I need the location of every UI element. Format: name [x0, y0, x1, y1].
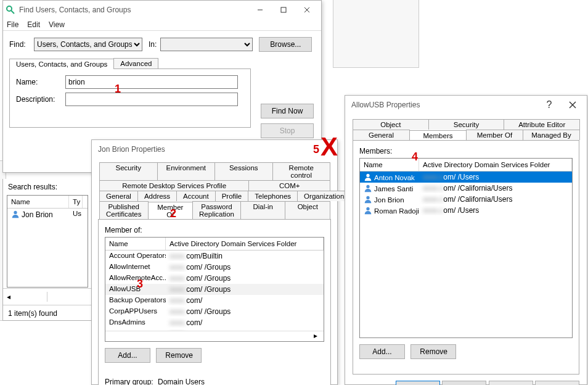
maximize-button[interactable]: [272, 1, 295, 19]
user-icon: [364, 184, 372, 192]
user-icon: [364, 173, 372, 181]
find-now-button[interactable]: Find Now: [261, 104, 314, 118]
tab-object[interactable]: Object: [353, 119, 429, 130]
result-row[interactable]: Jon Brion Us: [7, 209, 88, 220]
member-row[interactable]: Jon Brionxxxx.com/ /California/Users: [360, 194, 572, 205]
group-properties-window: AllowUSB Properties ? ObjectSecurityAttr…: [345, 95, 587, 385]
col-name[interactable]: Name: [105, 238, 166, 250]
menu-file[interactable]: File: [7, 20, 18, 29]
tab-members[interactable]: Members: [409, 130, 467, 141]
help-dialog-button[interactable]: Help: [535, 381, 579, 385]
group-row[interactable]: DnsAdminsxxxx.com/: [105, 317, 324, 328]
group-row[interactable]: Backup Operatorsxxxx.com/: [105, 295, 324, 306]
find-label: Find:: [9, 40, 34, 49]
tab-telephones[interactable]: Telephones: [248, 191, 298, 201]
member-row[interactable]: Anton Novakxxxx.com/ /Users: [360, 172, 572, 183]
group-row[interactable]: CorpAPPUsersxxxx.com/ /Groups: [105, 306, 324, 317]
user-icon: [11, 210, 20, 218]
tab-object[interactable]: Object: [285, 201, 330, 219]
tab-advanced[interactable]: Advanced: [113, 58, 158, 68]
col-name[interactable]: Name: [7, 196, 69, 208]
menu-bar: File Edit View: [3, 19, 321, 31]
add-button[interactable]: Add...: [359, 344, 405, 359]
tab-sessions[interactable]: Sessions: [214, 162, 273, 180]
user-icon: [364, 195, 372, 204]
svg-point-12: [366, 174, 369, 177]
titlebar: Jon Brion Properties: [92, 140, 337, 159]
tab-published-certificates[interactable]: Published Certificates: [99, 201, 149, 219]
titlebar: Find Users, Contacts, and Groups: [3, 1, 321, 19]
member-row[interactable]: Roman Radojicxxxx.com/ /Users: [360, 205, 572, 216]
group-row[interactable]: AllowInternetxxxx.com/ /Groups: [105, 262, 324, 273]
tab-remote-desktop-services-profile[interactable]: Remote Desktop Services Profile: [99, 180, 249, 191]
group-row[interactable]: Account Operatorsxxxx.com/Builtin: [105, 250, 324, 262]
add-button[interactable]: Add...: [105, 348, 150, 363]
primary-group-label: Primary group:: [105, 378, 158, 385]
window-title: Find Users, Contacts, and Groups: [19, 6, 248, 14]
svg-rect-3: [281, 7, 286, 12]
group-row[interactable]: DnsUpdateProxyxxxx.com/Users: [105, 328, 324, 331]
tab-organization[interactable]: Organization: [297, 191, 351, 201]
browse-button[interactable]: Browse...: [259, 37, 312, 52]
col-folder[interactable]: Active Directory Domain Services Folder: [419, 159, 572, 171]
search-results-panel: Search results: Name Ty Jon Brion Us ◂ 1…: [2, 179, 92, 321]
remove-button[interactable]: Remove: [156, 348, 202, 363]
tab-general[interactable]: General: [99, 191, 138, 201]
tab-general[interactable]: General: [353, 130, 410, 140]
tab-attribute-editor[interactable]: Attribute Editor: [504, 119, 580, 130]
description-field[interactable]: [65, 93, 238, 106]
tab-managed-by[interactable]: Managed By: [523, 130, 580, 140]
tab-account[interactable]: Account: [176, 191, 216, 201]
minimize-button[interactable]: [248, 1, 272, 19]
status-bar: 1 item(s) found: [3, 307, 92, 320]
tab-profile[interactable]: Profile: [215, 191, 249, 201]
apply-button[interactable]: Apply: [489, 381, 533, 385]
window-title: AllowUSB Properties: [348, 101, 537, 109]
close-button[interactable]: [295, 1, 319, 19]
svg-point-13: [366, 185, 369, 188]
tab-address[interactable]: Address: [137, 191, 177, 201]
tab-users-contacts-groups[interactable]: Users, Contacts, and Groups: [9, 59, 114, 69]
tab-password-replication[interactable]: Password Replication: [192, 201, 241, 219]
tab-remote-control[interactable]: Remote control: [272, 162, 331, 180]
find-combo[interactable]: Users, Contacts, and Groups: [34, 38, 142, 51]
primary-group-value: Domain Users: [158, 378, 205, 385]
find-app-icon: [6, 5, 15, 15]
tab-dial-in[interactable]: Dial-in: [240, 201, 286, 219]
tab-member-of[interactable]: Member Of: [148, 202, 194, 220]
remove-button[interactable]: Remove: [410, 344, 456, 359]
description-label: Description:: [16, 95, 65, 104]
stop-button[interactable]: Stop: [261, 123, 314, 138]
tab-environment[interactable]: Environment: [157, 162, 216, 180]
in-label: In:: [149, 40, 157, 49]
tab-com-[interactable]: COM+: [248, 180, 330, 191]
close-button[interactable]: [561, 96, 584, 114]
col-name[interactable]: Name: [360, 159, 419, 171]
tab-security[interactable]: Security: [99, 162, 158, 180]
col-folder[interactable]: Active Directory Domain Services Folder: [166, 238, 324, 250]
col-type[interactable]: Ty: [69, 196, 83, 208]
name-label: Name:: [16, 78, 65, 86]
member-of-label: Member of:: [105, 226, 324, 234]
tab-member-of[interactable]: Member Of: [466, 130, 523, 140]
svg-point-9: [14, 211, 17, 214]
name-field[interactable]: [65, 75, 238, 89]
group-row[interactable]: AllowRemoteAcc...xxxx.com/ /Groups: [105, 273, 324, 284]
group-row[interactable]: AllowUSBxxxx.com/ /Groups: [105, 284, 324, 295]
left-arrow-icon[interactable]: ◂: [3, 292, 47, 302]
search-results-label: Search results:: [3, 179, 92, 192]
cancel-button[interactable]: Cancel: [442, 381, 486, 385]
tab-security[interactable]: Security: [428, 119, 505, 130]
member-row[interactable]: James Santixxxx.com/ /California/Users: [360, 183, 572, 194]
menu-view[interactable]: View: [49, 20, 65, 29]
user-icon: [364, 206, 372, 215]
user-properties-window: Jon Brion Properties SecurityEnvironment…: [91, 139, 338, 385]
svg-point-14: [366, 196, 369, 199]
titlebar: AllowUSB Properties ?: [345, 96, 587, 114]
help-button[interactable]: ?: [537, 96, 561, 114]
svg-point-15: [366, 207, 369, 210]
menu-edit[interactable]: Edit: [27, 20, 40, 29]
ok-button[interactable]: OK: [396, 381, 440, 385]
svg-point-0: [7, 6, 12, 11]
in-combo[interactable]: [160, 38, 253, 51]
